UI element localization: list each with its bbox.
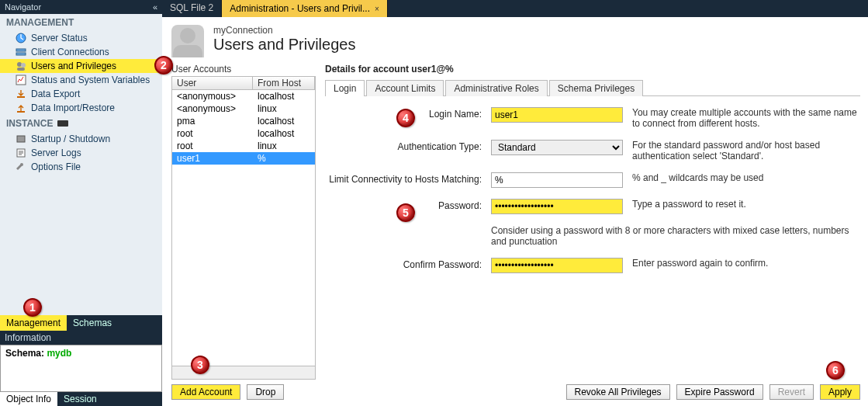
revert-button[interactable]: Revert bbox=[769, 384, 814, 400]
label-password: Password: bbox=[328, 199, 482, 211]
svg-point-4 bbox=[21, 63, 26, 68]
nav-startup-shutdown[interactable]: Startup / Shutdown bbox=[0, 132, 162, 146]
bottomtab-session[interactable]: Session bbox=[57, 392, 103, 406]
svg-rect-1 bbox=[16, 49, 26, 51]
information-header: Information bbox=[0, 331, 162, 345]
power-icon bbox=[16, 134, 26, 144]
account-row[interactable]: rootlinux bbox=[172, 140, 315, 152]
connections-icon bbox=[16, 47, 26, 57]
hint-host-match: % and _ wildcards may be used bbox=[632, 172, 857, 183]
document-tabs: SQL File 2 Administration - Users and Pr… bbox=[162, 0, 868, 17]
account-row[interactable]: <anonymous>localhost bbox=[172, 90, 315, 102]
navtab-management[interactable]: Management bbox=[0, 315, 67, 331]
hint-password: Type a password to reset it. bbox=[632, 199, 857, 210]
instance-icon bbox=[57, 118, 68, 129]
password-note: Consider using a password with 8 or more… bbox=[491, 225, 857, 247]
col-host[interactable]: From Host bbox=[253, 77, 315, 89]
group-management: MANAGEMENT bbox=[0, 14, 162, 31]
nav-options-file[interactable]: Options File bbox=[0, 160, 162, 174]
details-title: Details for account user1@% bbox=[325, 64, 860, 75]
badge-1: 1 bbox=[23, 298, 42, 317]
col-user[interactable]: User bbox=[172, 77, 253, 89]
input-login-name[interactable] bbox=[491, 107, 623, 123]
svg-rect-6 bbox=[16, 75, 26, 85]
group-instance: INSTANCE bbox=[0, 115, 162, 132]
account-row[interactable]: user1% bbox=[172, 152, 315, 165]
navigator-header: Navigator « bbox=[0, 0, 162, 14]
navigator-sidebar: Navigator « MANAGEMENT Server Status Cli… bbox=[0, 0, 162, 406]
select-auth-type[interactable]: Standard bbox=[491, 140, 623, 155]
account-row[interactable]: <anonymous>linux bbox=[172, 102, 315, 115]
tab-admin-roles[interactable]: Administrative Roles bbox=[445, 80, 547, 96]
import-icon bbox=[16, 102, 26, 113]
svg-rect-5 bbox=[17, 68, 25, 71]
tab-login[interactable]: Login bbox=[325, 80, 365, 96]
navigator-title: Navigator bbox=[5, 2, 41, 12]
doctab-sql-file[interactable]: SQL File 2 bbox=[162, 0, 222, 17]
user-accounts-label: User Accounts bbox=[171, 64, 316, 75]
information-box: Schema: mydb bbox=[0, 345, 162, 392]
logs-icon bbox=[16, 147, 26, 158]
user-accounts-table: User From Host <anonymous>localhost <ano… bbox=[171, 76, 316, 366]
input-host-match[interactable] bbox=[491, 172, 623, 188]
table-scrollbar[interactable]: 3 bbox=[171, 366, 316, 380]
input-confirm-password[interactable] bbox=[491, 258, 623, 273]
bottomtab-object-info[interactable]: Object Info bbox=[0, 392, 57, 406]
status-vars-icon bbox=[16, 75, 26, 85]
navtab-schemas[interactable]: Schemas bbox=[67, 315, 118, 331]
connection-name: myConnection bbox=[213, 25, 355, 36]
hint-auth-type: For the standard password and/or host ba… bbox=[632, 140, 857, 161]
close-icon[interactable]: × bbox=[375, 5, 379, 13]
nav-data-import[interactable]: Data Import/Restore bbox=[0, 101, 162, 115]
svg-rect-8 bbox=[17, 111, 25, 113]
label-login-name: Login Name: bbox=[328, 107, 482, 120]
details-tabs: Login Account Limits Administrative Role… bbox=[325, 79, 860, 96]
svg-rect-9 bbox=[57, 120, 68, 127]
doctab-admin-users[interactable]: Administration - Users and Privil... × bbox=[222, 0, 388, 17]
expire-password-button[interactable]: Expire Password bbox=[676, 384, 763, 400]
label-confirm-password: Confirm Password: bbox=[328, 258, 482, 270]
label-host-match: Limit Connectivity to Hosts Matching: bbox=[328, 172, 482, 185]
users-icon bbox=[16, 61, 26, 71]
account-row[interactable]: pmalocalhost bbox=[172, 115, 315, 127]
hint-confirm-password: Enter password again to confirm. bbox=[632, 258, 857, 269]
tab-account-limits[interactable]: Account Limits bbox=[366, 80, 444, 96]
nav-server-status[interactable]: Server Status bbox=[0, 31, 162, 45]
page-title: Users and Privileges bbox=[213, 36, 355, 54]
user-avatar-icon bbox=[171, 25, 204, 57]
nav-status-vars[interactable]: Status and System Variables bbox=[0, 73, 162, 87]
nav-users-privileges[interactable]: Users and Privileges 2 bbox=[0, 59, 162, 73]
svg-point-3 bbox=[17, 62, 22, 67]
drop-account-button[interactable]: Drop bbox=[247, 384, 284, 400]
revoke-privileges-button[interactable]: Revoke All Privileges bbox=[566, 384, 670, 400]
info-label: Schema: bbox=[5, 348, 44, 359]
info-value: mydb bbox=[47, 348, 71, 359]
apply-button[interactable]: Apply bbox=[820, 384, 860, 400]
tab-schema-privs[interactable]: Schema Privileges bbox=[549, 80, 643, 96]
account-row[interactable]: rootlocalhost bbox=[172, 127, 315, 140]
svg-rect-2 bbox=[16, 53, 26, 55]
wrench-icon bbox=[16, 161, 26, 172]
hint-login-name: You may create multiple accounts with th… bbox=[632, 107, 857, 129]
input-password[interactable] bbox=[491, 199, 623, 214]
add-account-button[interactable]: Add Account bbox=[171, 384, 240, 400]
svg-rect-7 bbox=[17, 96, 25, 98]
navigator-collapse-icon[interactable]: « bbox=[153, 2, 157, 12]
nav-server-logs[interactable]: Server Logs bbox=[0, 146, 162, 160]
nav-data-export[interactable]: Data Export bbox=[0, 87, 162, 101]
export-icon bbox=[16, 88, 26, 99]
nav-client-connections[interactable]: Client Connections bbox=[0, 45, 162, 59]
svg-rect-10 bbox=[17, 136, 25, 142]
label-auth-type: Authentication Type: bbox=[328, 140, 482, 152]
server-status-icon bbox=[16, 33, 26, 43]
